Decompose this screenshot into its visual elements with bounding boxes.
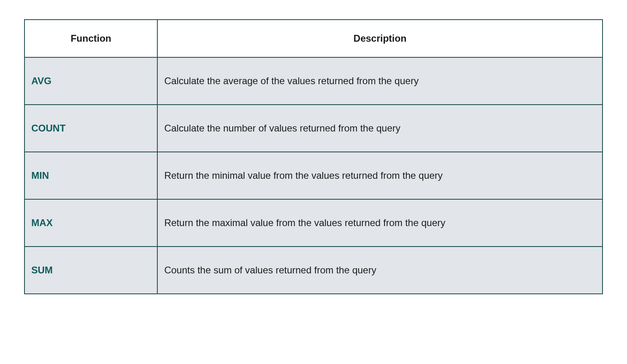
table-row: SUM Counts the sum of values returned fr…	[24, 247, 603, 294]
function-description: Calculate the average of the values retu…	[157, 57, 603, 105]
function-description: Return the minimal value from the values…	[157, 152, 603, 199]
function-name: SUM	[24, 247, 157, 294]
function-name: COUNT	[24, 105, 157, 152]
function-description: Counts the sum of values returned from t…	[157, 247, 603, 294]
function-name: AVG	[24, 57, 157, 105]
function-name: MIN	[24, 152, 157, 199]
table-header-row: Function Description	[24, 20, 603, 57]
functions-table: Function Description AVG Calculate the a…	[24, 19, 603, 294]
function-description: Return the maximal value from the values…	[157, 199, 603, 247]
table-row: MIN Return the minimal value from the va…	[24, 152, 603, 199]
table-row: COUNT Calculate the number of values ret…	[24, 105, 603, 152]
header-function: Function	[24, 20, 157, 57]
function-name: MAX	[24, 199, 157, 247]
table-row: MAX Return the maximal value from the va…	[24, 199, 603, 247]
header-description: Description	[157, 20, 603, 57]
function-description: Calculate the number of values returned …	[157, 105, 603, 152]
table-row: AVG Calculate the average of the values …	[24, 57, 603, 105]
